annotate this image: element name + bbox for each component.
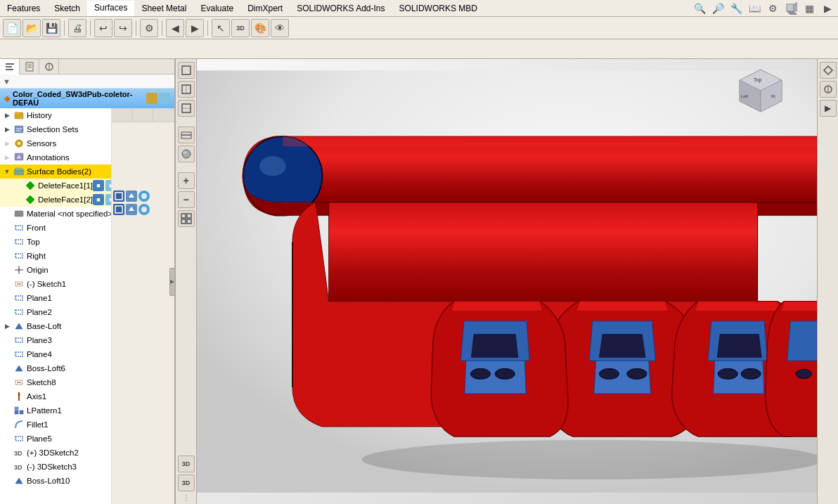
deleteface1-2-btn2[interactable]: ■ (105, 194, 111, 205)
tree-item-plane3[interactable]: Plane3 (0, 333, 111, 347)
tree-item-plane5[interactable]: Plane5 (0, 432, 111, 446)
help-icon[interactable]: 📖 (747, 1, 762, 16)
deleteface1-2-col-btn1[interactable] (113, 204, 124, 215)
tree-item-lpattern1[interactable]: LPattern1 (0, 403, 111, 418)
view-top-btn[interactable] (178, 100, 195, 117)
redo-button[interactable]: ↪ (114, 19, 132, 37)
menu-dimxpert[interactable]: DimXpert (240, 1, 290, 15)
view-normal-btn[interactable] (178, 62, 195, 79)
expand-base-loft[interactable]: ▶ (1, 321, 13, 332)
expand-annotations[interactable]: ▶ (1, 152, 13, 163)
expand-selection-sets[interactable]: ▶ (1, 124, 13, 135)
more-options-dots[interactable]: ⋮ (183, 493, 190, 501)
menu-surfaces[interactable]: Surfaces (87, 1, 134, 16)
menu-sw-mbd[interactable]: SOLIDWORKS MBD (392, 1, 484, 15)
expand-history[interactable]: ▶ (1, 110, 13, 121)
open-button[interactable]: 📂 (22, 19, 41, 37)
menu-sheet-metal[interactable]: Sheet Metal (134, 1, 193, 15)
tree-item-sketch1[interactable]: (-) Sketch1 (0, 277, 111, 291)
menu-sketch[interactable]: Sketch (47, 1, 87, 15)
menu-sw-addins[interactable]: SOLIDWORKS Add-Ins (290, 1, 392, 15)
zoom-fit-btn[interactable] (178, 210, 195, 227)
panel-collapse-handle[interactable]: ▶ (169, 268, 175, 296)
tab-configuration-manager[interactable] (39, 59, 59, 75)
svg-point-76 (741, 368, 761, 379)
undo-button[interactable]: ↩ (94, 19, 112, 37)
tree-item-origin[interactable]: Origin (0, 263, 111, 277)
zoom-out-btn[interactable]: − (178, 191, 195, 208)
3d-view-btn2[interactable]: 3D (178, 474, 195, 491)
deleteface1-1-btn1[interactable]: ■ (93, 180, 104, 191)
select-button[interactable]: ↖ (212, 19, 230, 37)
right-toolbar-btn2[interactable] (820, 81, 837, 98)
nav-forward-button[interactable]: ▶ (186, 19, 204, 37)
tree-item-3dsketch2[interactable]: 3D (+) 3DSketch2 (0, 446, 111, 460)
tree-item-3dsketch3[interactable]: 3D (-) 3DSketch3 (0, 460, 111, 474)
tree-item-top[interactable]: Top (0, 235, 111, 249)
tree-item-plane1[interactable]: Plane1 (0, 291, 111, 305)
tree-header-btn2[interactable] (159, 93, 170, 104)
icon-3dsketch3: 3D (13, 460, 25, 473)
tree-item-boss-loft10[interactable]: Boss-Loft10 (0, 474, 111, 488)
3d-view-btn1[interactable]: 3D (178, 455, 195, 472)
svg-text:3D: 3D (14, 450, 22, 457)
tree-item-sensors[interactable]: ▶ Sensors (0, 136, 111, 150)
customize-icon[interactable]: 🔧 (728, 1, 744, 16)
view-section-btn[interactable] (178, 127, 195, 143)
deleteface1-2-col-btn2[interactable] (126, 204, 137, 215)
tree-item-axis1[interactable]: Axis1 (0, 389, 111, 403)
search-icon[interactable]: 🔍 (692, 1, 707, 16)
display-style-button[interactable]: 🎨 (251, 19, 269, 37)
show-hide-button[interactable]: 👁 (271, 19, 289, 37)
view-shaded-btn[interactable] (178, 146, 195, 162)
rebuild-button[interactable]: ⚙ (140, 19, 158, 37)
new-button[interactable]: 📄 (3, 19, 21, 37)
deleteface1-1-col-btn2[interactable] (126, 190, 137, 202)
deleteface1-2-btn1[interactable]: ■ (93, 194, 104, 205)
deleteface1-1-col-btn3[interactable] (138, 190, 150, 202)
menu-features[interactable]: Features (0, 1, 47, 15)
tree-item-selection-sets[interactable]: ▶ Selection Sets (0, 122, 111, 136)
tree-item-surface-bodies[interactable]: ▼ Surface Bodies(2) (0, 164, 111, 179)
print-button[interactable]: 🖨 (68, 19, 86, 37)
display-icon[interactable]: ▦ (801, 1, 817, 16)
view-cube-indicator[interactable]: Top Left Rt (733, 66, 789, 122)
3d-viewport[interactable]: Top Left Rt (197, 59, 817, 504)
deleteface1-1-btn2[interactable]: ■ (105, 180, 111, 191)
tab-feature-manager[interactable] (0, 59, 20, 75)
tree-item-sketch8[interactable]: Sketch8 (0, 375, 111, 389)
right-toolbar-btn1[interactable] (820, 62, 837, 79)
menu-evaluate[interactable]: Evaluate (193, 1, 240, 15)
options-icon[interactable]: ⚙ (765, 1, 780, 16)
nav-back-button[interactable]: ◀ (166, 19, 184, 37)
view-front-btn[interactable] (178, 81, 195, 98)
search2-icon[interactable]: 🔎 (710, 1, 726, 16)
zoom-in-btn[interactable]: + (178, 172, 195, 189)
view-cube-icon[interactable] (783, 1, 799, 16)
tree-item-fillet1[interactable]: Fillet1 (0, 418, 111, 432)
right-toolbar-btn3[interactable]: ▶ (820, 100, 837, 117)
tree-item-front[interactable]: Front (0, 221, 111, 235)
tree-header-btn1[interactable] (146, 93, 157, 104)
sep5 (207, 20, 208, 36)
tree-item-material[interactable]: Material <not specified> (0, 207, 111, 221)
save-button[interactable]: 💾 (42, 19, 60, 37)
tree-item-deleteface1-1[interactable]: DeleteFace1[1] ■ ■ ● (0, 179, 111, 193)
tree-item-plane4[interactable]: Plane4 (0, 347, 111, 361)
tree-item-history[interactable]: ▶ History (0, 108, 111, 122)
tree-item-base-loft[interactable]: ▶ Base-Loft (0, 319, 111, 333)
main-toolbar: 📄 📂 💾 🖨 ↩ ↪ ⚙ ◀ ▶ ↖ 3D 🎨 👁 (0, 17, 838, 39)
deleteface1-2-col-btn3[interactable] (138, 204, 150, 215)
tab-property-manager[interactable] (20, 59, 39, 75)
tree-item-right[interactable]: Right (0, 249, 111, 263)
expand-surface-bodies[interactable]: ▼ (1, 166, 13, 177)
deleteface1-1-col-btn1[interactable] (113, 190, 124, 202)
svg-rect-45 (20, 411, 23, 414)
expand-sensors[interactable]: ▶ (1, 138, 13, 149)
tree-item-annotations[interactable]: ▶ A Annotations (0, 150, 111, 164)
3d-sketch-button[interactable]: 3D (231, 19, 250, 37)
tree-item-deleteface1-2[interactable]: DeleteFace1[2] ■ ■ ● (0, 193, 111, 207)
tree-item-plane2[interactable]: Plane2 (0, 305, 111, 319)
tree-item-boss-loft6[interactable]: Boss-Loft6 (0, 361, 111, 375)
arrow-right-icon[interactable]: ▶ (820, 1, 835, 16)
